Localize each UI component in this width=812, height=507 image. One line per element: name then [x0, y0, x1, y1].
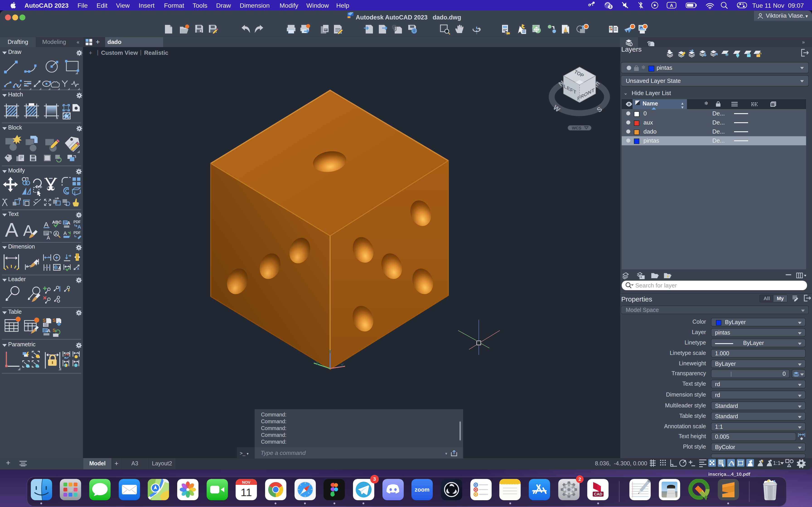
svg-text:S: S — [43, 318, 46, 323]
svg-text:PDF: PDF — [73, 231, 81, 235]
svg-text:A: A — [78, 224, 81, 230]
svg-text:A: A — [67, 220, 70, 225]
svg-text:A: A — [5, 219, 18, 241]
svg-text:A: A — [44, 221, 48, 228]
svg-text:1:1: 1:1 — [773, 460, 780, 466]
svg-text:ABC: ABC — [52, 220, 61, 225]
svg-text:A: A — [55, 231, 58, 236]
svg-text:A: A — [47, 235, 50, 241]
svg-text:PDF: PDF — [73, 220, 81, 224]
svg-text:i: i — [630, 43, 631, 46]
svg-text:S: S — [53, 318, 55, 323]
svg-text:A: A — [47, 328, 50, 333]
svg-text:x: x — [77, 266, 79, 271]
svg-text:WCS: WCS — [572, 126, 581, 130]
svg-text:❄: ❄ — [725, 52, 729, 57]
svg-text:.1: .1 — [58, 266, 61, 270]
svg-text:A: A — [63, 230, 67, 236]
